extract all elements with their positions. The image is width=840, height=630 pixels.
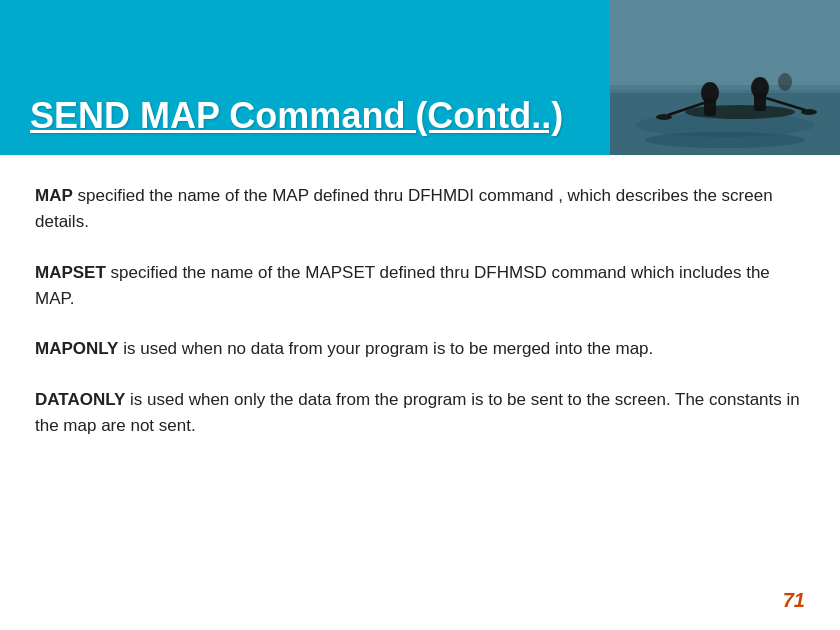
svg-point-13	[801, 109, 817, 115]
svg-rect-2	[610, 85, 840, 93]
page-number: 71	[783, 589, 805, 612]
text-dataonly: is used when only the data from the prog…	[35, 390, 800, 435]
text-maponly: is used when no data from your program i…	[118, 339, 653, 358]
svg-point-5	[685, 105, 795, 119]
keyword-maponly: MAPONLY	[35, 339, 118, 358]
text-mapset: specified the name of the MAPSET defined…	[35, 263, 770, 308]
svg-point-14	[778, 73, 792, 91]
header-title: SEND MAP Command (Contd..)	[30, 95, 563, 137]
header-image	[610, 0, 840, 155]
svg-rect-11	[754, 93, 766, 111]
text-map: specified the name of the MAP defined th…	[35, 186, 773, 231]
content-block-map: MAP specified the name of the MAP define…	[35, 183, 805, 236]
svg-rect-7	[704, 98, 716, 116]
header-image-bg	[610, 0, 840, 155]
content-block-maponly: MAPONLY is used when no data from your p…	[35, 336, 805, 362]
keyword-mapset: MAPSET	[35, 263, 106, 282]
keyword-dataonly: DATAONLY	[35, 390, 125, 409]
svg-point-9	[656, 114, 672, 120]
svg-point-4	[645, 132, 805, 148]
keyword-map: MAP	[35, 186, 73, 205]
content-area: MAP specified the name of the MAP define…	[0, 155, 840, 483]
slide-container: SEND MAP Command (Contd..) MAP specified…	[0, 0, 840, 630]
content-block-mapset: MAPSET specified the name of the MAPSET …	[35, 260, 805, 313]
header-banner: SEND MAP Command (Contd..)	[0, 0, 840, 155]
content-block-dataonly: DATAONLY is used when only the data from…	[35, 387, 805, 440]
rowing-scene-svg	[610, 0, 840, 155]
